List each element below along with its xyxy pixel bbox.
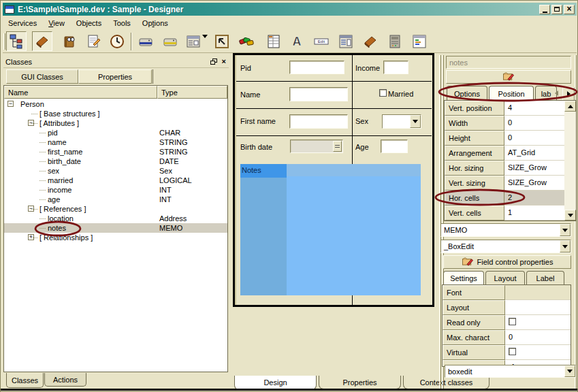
income-input[interactable] <box>383 61 408 74</box>
tab-design[interactable]: Design <box>234 376 317 390</box>
form-window-icon[interactable] <box>183 31 204 51</box>
property-value[interactable]: 0 <box>504 131 564 146</box>
tab-scroll-right-button[interactable] <box>562 87 575 101</box>
tree-row-married[interactable]: marriedLOGICAL <box>4 176 227 185</box>
tree-row-sex[interactable]: sexSex <box>4 166 227 176</box>
book-glasses-icon[interactable] <box>59 31 80 51</box>
collapse-icon[interactable]: − <box>7 101 14 107</box>
tree-row-income[interactable]: incomeINT <box>4 185 227 195</box>
tree-row-relationships[interactable]: +[ Relationships ] <box>4 233 227 242</box>
name-input[interactable] <box>289 87 348 101</box>
tab-label[interactable]: Label <box>526 271 564 285</box>
tab-position[interactable]: Position <box>489 86 534 101</box>
property-value[interactable] <box>505 300 571 315</box>
tree-row-attributes[interactable]: −[ Attributes ] <box>4 118 227 128</box>
property-value[interactable] <box>505 285 571 300</box>
close-button[interactable]: × <box>564 5 575 14</box>
notes-memo-label-column[interactable] <box>240 178 287 295</box>
pid-input[interactable] <box>289 61 344 74</box>
clock-icon[interactable] <box>107 31 127 51</box>
tab-label-clipped[interactable]: lab <box>535 86 557 101</box>
menu-options[interactable]: Options <box>142 19 168 27</box>
property-value[interactable]: SIZE_Grow <box>504 161 564 176</box>
property-value[interactable] <box>505 345 571 360</box>
tab-properties[interactable]: Properties <box>78 69 152 84</box>
colors-icon[interactable] <box>236 31 257 51</box>
column-header-name[interactable]: Name <box>4 86 157 99</box>
boxedit-dropdown-button[interactable] <box>564 365 575 377</box>
tab-context-classes[interactable]: Context classes <box>403 376 489 389</box>
property-value[interactable]: SIZE_Grow <box>504 176 564 191</box>
tab-actions-bottom[interactable]: Actions <box>44 373 86 387</box>
tab-properties-bottom[interactable]: Properties <box>319 376 401 389</box>
sex-dropdown-button[interactable] <box>410 115 421 128</box>
tree-row-age[interactable]: ageINT <box>4 195 227 204</box>
notes-memo-control[interactable] <box>287 176 421 295</box>
float-pane-icon[interactable] <box>210 59 218 65</box>
property-checkbox[interactable] <box>509 348 516 355</box>
editbox-icon[interactable]: Edit <box>311 31 332 51</box>
tree-row-person[interactable]: −Person <box>4 99 227 109</box>
drive-yellow-icon[interactable] <box>160 31 180 51</box>
minimize-button[interactable] <box>539 5 550 14</box>
hierarchy-icon[interactable] <box>6 31 27 51</box>
type-dropdown-button[interactable] <box>560 224 571 236</box>
eraser-icon[interactable] <box>32 31 52 51</box>
panel-splitter[interactable] <box>439 55 441 389</box>
tree-row-name[interactable]: nameSTRING <box>4 137 227 147</box>
property-value[interactable]: 1 <box>504 206 564 220</box>
field-type-combobox[interactable]: MEMO <box>440 223 571 237</box>
married-checkbox[interactable] <box>379 89 387 97</box>
window-script-icon[interactable] <box>409 31 430 51</box>
control-dropdown-button[interactable] <box>560 240 571 252</box>
tab-gui-classes[interactable]: GUI Classes <box>6 69 78 84</box>
menu-objects[interactable]: Objects <box>76 19 101 27</box>
tab-classes-bottom[interactable]: Classes <box>6 373 44 388</box>
control-class-combobox[interactable]: _BoxEdit <box>440 240 571 253</box>
dropdown-arrow-icon[interactable] <box>202 38 209 45</box>
field-control-properties-button[interactable]: Field control properties <box>443 255 571 269</box>
tree-row-birth-date[interactable]: birth_dateDATE <box>4 157 227 166</box>
scrollbar-up-button[interactable] <box>564 101 576 112</box>
property-value[interactable]: 0 <box>504 116 564 131</box>
image-arrow-icon[interactable] <box>212 31 232 51</box>
tree-row-pid[interactable]: pidCHAR <box>4 128 227 137</box>
property-value[interactable]: 2 <box>504 191 564 206</box>
tree-row-references[interactable]: −[ References ] <box>4 204 227 214</box>
column-header-type[interactable]: Type <box>157 86 227 99</box>
eraser-2-icon[interactable] <box>360 31 381 51</box>
close-pane-icon[interactable]: × <box>222 59 226 65</box>
font-icon[interactable]: A <box>287 31 307 51</box>
property-checkbox[interactable] <box>509 318 516 325</box>
tab-settings[interactable]: Settings <box>443 271 484 285</box>
sex-combobox[interactable] <box>382 114 421 129</box>
toolbar-grabber[interactable] <box>3 33 5 50</box>
property-value[interactable] <box>505 315 571 330</box>
property-value[interactable]: 0 <box>505 330 571 345</box>
birth-date-input[interactable] <box>290 140 343 153</box>
tab-options[interactable]: Options <box>447 86 487 101</box>
boxedit-combobox[interactable]: boxedit <box>445 365 576 378</box>
table-icon[interactable] <box>263 31 284 51</box>
form-list-icon[interactable] <box>336 31 356 51</box>
scrollbar-down-button[interactable] <box>564 210 576 220</box>
notes-memo-label[interactable]: Notes <box>240 164 287 178</box>
menu-view[interactable]: View <box>48 19 65 27</box>
maximize-button[interactable] <box>551 5 562 14</box>
edit-field-button[interactable] <box>446 70 571 84</box>
tree-row-location[interactable]: locationAddress <box>4 214 227 223</box>
first-name-input[interactable] <box>289 114 348 129</box>
tab-scroll-left-icon[interactable] <box>555 91 558 96</box>
date-picker-button[interactable] <box>333 141 342 152</box>
property-value[interactable]: AT_Grid <box>504 146 564 161</box>
menu-services[interactable]: Services <box>8 19 37 27</box>
machine-icon[interactable] <box>385 31 405 51</box>
document-edit-icon[interactable] <box>84 31 104 51</box>
tree-row-first-name[interactable]: first_nameSTRING <box>4 147 227 157</box>
age-input[interactable] <box>381 140 408 153</box>
drive-blue-icon[interactable] <box>135 31 156 51</box>
tab-layout[interactable]: Layout <box>485 271 525 285</box>
tree-row-notes[interactable]: notesMEMO <box>4 223 227 233</box>
tree-row-base-structures[interactable]: [ Base structures ] <box>4 109 227 118</box>
scrollbar-track[interactable] <box>564 112 576 210</box>
